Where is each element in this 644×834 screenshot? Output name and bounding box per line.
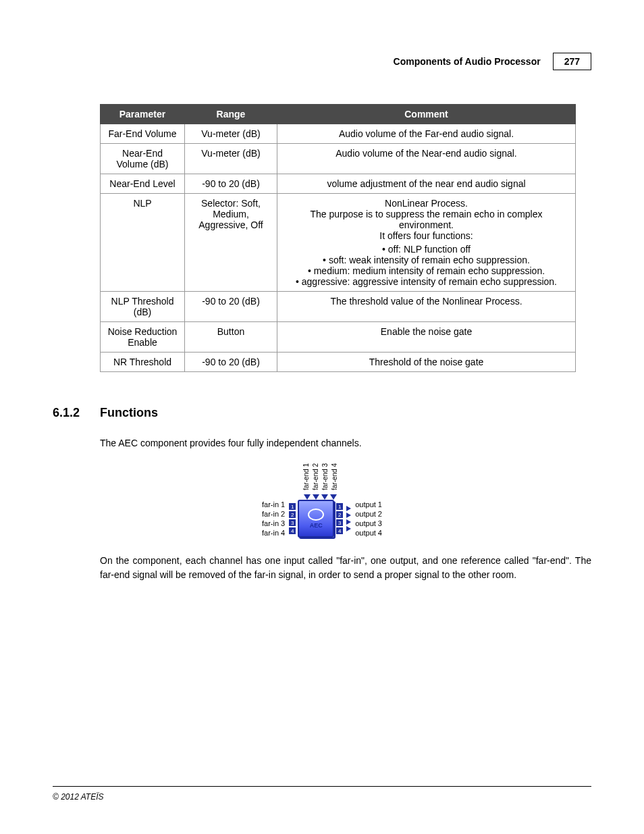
cell-range: Vu-meter (dB) — [185, 144, 277, 174]
label-far-end-4: far-end 4 — [331, 463, 338, 490]
cell-comment: NonLinear Process. The purpose is to sup… — [277, 194, 576, 292]
arrow-right-icon — [346, 519, 351, 525]
section-para-2: On the component, each channel has one i… — [100, 554, 591, 581]
cell-range: Selector: Soft, Medium, Aggressive, Off — [185, 194, 277, 292]
arrow-down-icon — [330, 494, 337, 500]
label-far-end-3: far-end 3 — [321, 463, 329, 490]
cell-parameter: NLP — [101, 194, 185, 292]
right-arrows — [345, 506, 351, 531]
left-ports: 1234 — [289, 503, 296, 534]
cell-parameter: NLP Threshold (dB) — [101, 292, 185, 322]
aec-icon — [308, 509, 324, 521]
cell-parameter: NR Threshold — [101, 353, 185, 372]
label-output-2: output 2 — [355, 510, 382, 519]
diagram-left-labels: far-in 1 far-in 2 far-in 3 far-in 4 — [262, 500, 285, 538]
page-header: Components of Audio Processor 277 — [53, 53, 591, 70]
diagram-right-labels: output 1 output 2 output 3 output 4 — [355, 500, 382, 538]
parameter-table: Parameter Range Comment Far-End VolumeVu… — [100, 104, 576, 372]
cell-comment: Threshold of the noise gate — [277, 353, 576, 372]
arrow-down-icon — [304, 494, 311, 500]
cell-comment: Audio volume of the Far-end audio signal… — [277, 124, 576, 144]
col-header-range: Range — [185, 105, 277, 124]
cell-comment: The threshold value of the Nonlinear Pro… — [277, 292, 576, 322]
header-page-number: 277 — [553, 53, 591, 70]
col-header-parameter: Parameter — [101, 105, 185, 124]
label-far-in-2: far-in 2 — [262, 510, 285, 519]
section-para-1: The AEC component provides four fully in… — [100, 436, 591, 450]
arrow-down-icon — [321, 494, 328, 500]
arrow-right-icon — [346, 506, 351, 511]
cell-comment: Enable the noise gate — [277, 322, 576, 353]
cell-parameter: Noise Reduction Enable — [101, 322, 185, 353]
cell-parameter: Near-End Volume (dB) — [101, 144, 185, 174]
table-row: NLP Threshold (dB)-90 to 20 (dB)The thre… — [101, 292, 576, 322]
table-row: Far-End VolumeVu-meter (dB)Audio volume … — [101, 124, 576, 144]
table-row: Noise Reduction EnableButtonEnable the n… — [101, 322, 576, 353]
table-row: Near-End Level-90 to 20 (dB)volume adjus… — [101, 174, 576, 194]
diagram-top-labels: far-end 1 far-end 2 far-end 3 far-end 4 — [302, 463, 338, 490]
footer-copyright: © 2012 ATEÏS — [53, 792, 104, 802]
aec-box-label: AEC — [310, 522, 323, 529]
cell-parameter: Far-End Volume — [101, 124, 185, 144]
top-arrows — [304, 494, 337, 500]
table-row: NR Threshold-90 to 20 (dB)Threshold of t… — [101, 353, 576, 372]
section-heading: 6.1.2 Functions — [53, 406, 591, 420]
cell-range: -90 to 20 (dB) — [185, 292, 277, 322]
label-output-4: output 4 — [355, 529, 382, 538]
arrow-right-icon — [346, 513, 351, 518]
label-far-end-1: far-end 1 — [302, 463, 310, 490]
label-far-in-3: far-in 3 — [262, 519, 285, 528]
aec-box: AEC — [298, 500, 334, 538]
col-header-comment: Comment — [277, 105, 576, 124]
table-row: NLPSelector: Soft, Medium, Aggressive, O… — [101, 194, 576, 292]
header-title: Components of Audio Processor — [387, 53, 547, 70]
footer-rule — [53, 786, 591, 787]
aec-diagram: far-in 1 far-in 2 far-in 3 far-in 4 far-… — [262, 463, 382, 538]
label-far-in-1: far-in 1 — [262, 500, 285, 509]
arrow-down-icon — [313, 494, 319, 500]
label-output-3: output 3 — [355, 519, 382, 528]
label-output-1: output 1 — [355, 500, 382, 509]
cell-range: -90 to 20 (dB) — [185, 174, 277, 194]
cell-range: Vu-meter (dB) — [185, 124, 277, 144]
table-row: Near-End Volume (dB)Vu-meter (dB)Audio v… — [101, 144, 576, 174]
cell-parameter: Near-End Level — [101, 174, 185, 194]
label-far-end-2: far-end 2 — [312, 463, 319, 490]
cell-comment: volume adjustment of the near end audio … — [277, 174, 576, 194]
section-number: 6.1.2 — [53, 406, 80, 420]
arrow-right-icon — [346, 526, 351, 531]
section-title: Functions — [100, 406, 158, 420]
right-ports: 1234 — [336, 503, 343, 534]
table-body: Far-End VolumeVu-meter (dB)Audio volume … — [101, 124, 576, 372]
cell-range: -90 to 20 (dB) — [185, 353, 277, 372]
cell-range: Button — [185, 322, 277, 353]
cell-comment: Audio volume of the Near-end audio signa… — [277, 144, 576, 174]
label-far-in-4: far-in 4 — [262, 529, 285, 538]
